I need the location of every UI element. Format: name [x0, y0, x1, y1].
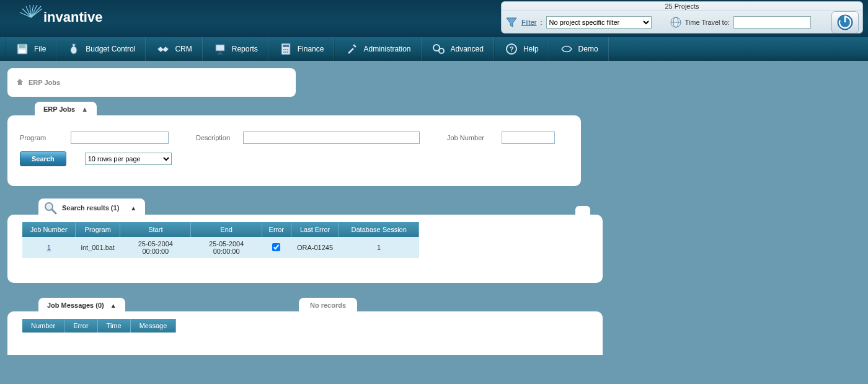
cell-program: int_001.bat — [76, 237, 120, 258]
col-dbsession[interactable]: Database Session — [339, 222, 419, 237]
menu-label: Budget Control — [86, 45, 135, 53]
collapse-icon[interactable]: ▲ — [110, 302, 117, 309]
menu-demo[interactable]: Demo — [549, 37, 609, 61]
svg-point-14 — [283, 49, 285, 50]
cell-end: 25-05-2004 00:00:00 — [191, 237, 262, 258]
top-bar: 25 Projects Filter : No project specific… — [501, 1, 863, 33]
collapse-icon[interactable]: ▲ — [81, 105, 88, 113]
error-checkbox[interactable] — [272, 243, 280, 251]
menu-administration[interactable]: Administration — [334, 37, 421, 61]
results-table: Job Number Program Start End Error Last … — [22, 222, 419, 258]
cell-error — [262, 237, 291, 258]
col-jobnumber[interactable]: Job Number — [22, 222, 76, 237]
messages-panel-tab: Job Messages (0) ▲ — [38, 298, 125, 313]
svg-point-16 — [287, 49, 288, 50]
brand-logo: invantive — [19, 5, 102, 30]
menu-label: Administration — [363, 45, 410, 53]
handshake-icon — [156, 42, 170, 56]
disk-icon — [16, 42, 29, 56]
table-row[interactable]: 1 int_001.bat 25-05-2004 00:00:00 25-05-… — [22, 237, 419, 258]
svg-rect-7 — [19, 44, 25, 48]
search-panel-tab: ERP Jobs ▲ — [35, 102, 97, 117]
menu-budget-control[interactable]: Budget Control — [56, 37, 146, 61]
description-label: Description — [196, 134, 236, 141]
globe-icon — [670, 17, 681, 28]
filter-link[interactable]: Filter — [521, 19, 536, 26]
menu-file[interactable]: File — [5, 37, 56, 61]
tools-icon — [345, 42, 358, 56]
home-icon[interactable] — [16, 78, 24, 87]
svg-line-25 — [52, 210, 56, 213]
tab-label: Search results (1) — [62, 204, 119, 212]
projects-title: 25 Projects — [502, 2, 862, 11]
presentation-icon — [213, 42, 227, 56]
menu-advanced[interactable]: Advanced — [422, 37, 494, 61]
filter-icon — [505, 16, 518, 29]
tab-label: Job Messages (0) — [47, 301, 104, 309]
magnifier-icon — [43, 201, 57, 215]
messages-panel: Job Messages (0) ▲ No records Number Err… — [7, 311, 603, 355]
rows-per-page-select[interactable]: 10 rows per page — [85, 153, 172, 165]
time-travel-input[interactable] — [733, 16, 811, 29]
app-header: invantive 25 Projects Filter : No projec… — [0, 0, 868, 37]
filter-colon: : — [540, 19, 542, 26]
breadcrumb: ERP Jobs — [7, 68, 296, 97]
main-menu: File Budget Control CRM Reports Finance … — [0, 37, 868, 61]
col-lasterror[interactable]: Last Error — [291, 222, 339, 237]
menu-label: Finance — [298, 45, 324, 53]
panel-nub — [575, 206, 590, 215]
brand-text: invantive — [43, 9, 102, 25]
description-input[interactable] — [243, 132, 420, 144]
gears-icon — [432, 42, 446, 56]
cell-jobnumber-link[interactable]: 1 — [47, 244, 51, 251]
menu-label: Reports — [232, 45, 258, 53]
results-panel-tab: Search results (1) ▲ — [38, 199, 145, 218]
col-end[interactable]: End — [191, 222, 262, 237]
search-panel: ERP Jobs ▲ Program Description Job Numbe… — [7, 115, 581, 186]
help-icon: ? — [505, 42, 518, 56]
cell-lasterror: ORA-01245 — [291, 237, 339, 258]
col-error[interactable]: Error — [64, 319, 97, 333]
menu-help[interactable]: ? Help — [494, 37, 549, 61]
content-area: ERP Jobs ERP Jobs ▲ Program Description … — [0, 61, 868, 384]
svg-text:?: ? — [510, 45, 514, 53]
svg-point-17 — [283, 51, 285, 53]
col-error[interactable]: Error — [262, 222, 291, 237]
no-records-label: No records — [310, 301, 346, 309]
search-button[interactable]: Search — [20, 151, 66, 166]
collapse-icon[interactable]: ▲ — [130, 205, 136, 212]
svg-rect-13 — [283, 45, 289, 47]
power-button[interactable] — [831, 11, 859, 33]
svg-rect-8 — [19, 50, 25, 53]
svg-point-21 — [439, 48, 444, 53]
menu-label: Advanced — [451, 45, 484, 53]
time-travel-label: Time Travel to: — [685, 19, 730, 26]
col-program[interactable]: Program — [76, 222, 120, 237]
cell-dbsession: 1 — [339, 237, 419, 258]
menu-label: Demo — [578, 45, 598, 53]
no-records-tab: No records — [299, 298, 357, 313]
filter-select[interactable]: No project specific filter — [546, 16, 652, 29]
menu-crm[interactable]: CRM — [146, 37, 202, 61]
col-number[interactable]: Number — [22, 319, 64, 333]
program-label: Program — [20, 134, 63, 141]
messages-header-row: Number Error Time Message — [22, 319, 176, 333]
results-panel: Search results (1) ▲ Job Number Program … — [7, 215, 603, 283]
col-message[interactable]: Message — [130, 319, 176, 333]
svg-point-19 — [287, 51, 288, 53]
messages-table: Number Error Time Message — [22, 319, 176, 333]
svg-point-18 — [285, 51, 286, 53]
swirl-icon — [560, 42, 574, 56]
calculator-icon — [279, 42, 293, 56]
menu-reports[interactable]: Reports — [203, 37, 268, 61]
col-time[interactable]: Time — [97, 319, 130, 333]
menu-label: CRM — [175, 45, 192, 53]
svg-point-15 — [285, 49, 286, 50]
menu-finance[interactable]: Finance — [268, 37, 335, 61]
menu-label: Help — [523, 45, 539, 53]
breadcrumb-title: ERP Jobs — [29, 79, 60, 86]
program-input[interactable] — [71, 132, 169, 144]
tab-label: ERP Jobs — [43, 105, 75, 113]
jobnumber-input[interactable] — [502, 132, 555, 144]
col-start[interactable]: Start — [120, 222, 191, 237]
